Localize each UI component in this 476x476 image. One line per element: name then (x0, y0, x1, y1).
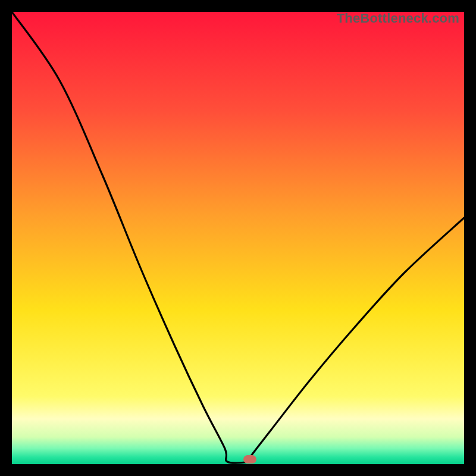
chart-curve (12, 12, 464, 464)
chart-frame: TheBottleneck.com (12, 12, 464, 464)
watermark-text: TheBottleneck.com (337, 12, 459, 26)
optimum-marker (243, 455, 256, 464)
